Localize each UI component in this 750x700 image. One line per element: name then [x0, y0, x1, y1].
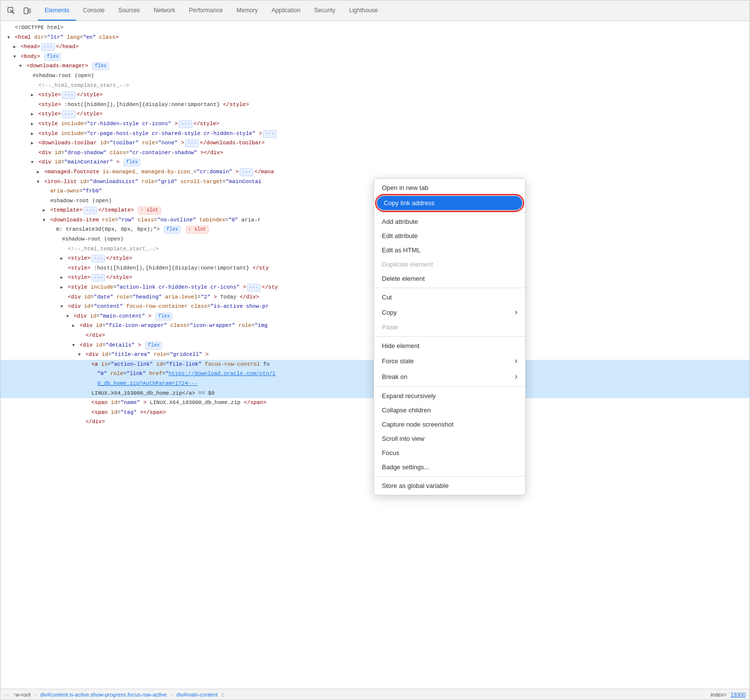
menu-item-copy-link-address[interactable]: Copy link address: [377, 196, 522, 210]
triangle-icon[interactable]: [29, 159, 35, 166]
menu-item-scroll-into-view[interactable]: Scroll into view: [374, 431, 525, 446]
menu-item-paste: Paste: [374, 320, 525, 334]
menu-item-break-on[interactable]: Break on: [374, 369, 525, 384]
tab-sources[interactable]: Sources: [111, 0, 147, 21]
device-toolbar-icon[interactable]: [20, 4, 34, 18]
triangle-icon[interactable]: [71, 342, 77, 349]
submenu-arrow-icon: [515, 308, 517, 317]
menu-item-label: Delete element: [382, 275, 425, 282]
tab-memory[interactable]: Memory: [230, 0, 265, 21]
triangle-icon[interactable]: [18, 63, 24, 70]
menu-item-label: Add attribute: [382, 218, 418, 225]
breadcrumb-content[interactable]: div#content.is-active.show-progress.focu…: [40, 692, 167, 698]
menu-item-label: Break on: [382, 373, 407, 380]
context-menu: Open in new tab Copy link address Add at…: [374, 178, 526, 495]
menu-item-open-new-tab[interactable]: Open in new tab: [374, 181, 525, 195]
menu-item-hide-element[interactable]: Hide element: [374, 339, 525, 353]
dom-line: <div id="mainContainer" > flex: [0, 158, 750, 167]
svg-line-1: [10, 10, 14, 14]
menu-item-label: Hide element: [382, 342, 420, 350]
triangle-icon[interactable]: [35, 169, 41, 176]
triangle-icon[interactable]: [65, 313, 71, 320]
tab-application[interactable]: Application: [265, 0, 307, 21]
breadcrumb-shadow-root[interactable]: ↑w-root: [13, 692, 30, 698]
dom-line: <style include="cr-page-host-style cr-sh…: [0, 129, 750, 139]
triangle-icon[interactable]: [29, 131, 35, 137]
tab-network[interactable]: Network: [147, 0, 182, 21]
menu-item-add-attribute[interactable]: Add attribute: [374, 215, 525, 229]
dom-line: #shadow-root (open): [0, 71, 750, 81]
menu-item-collapse-children[interactable]: Collapse children: [374, 403, 525, 417]
dom-line: <!DOCTYPE html>: [0, 23, 750, 33]
dom-line: <style> :host([hidden]),[hidden]{display…: [0, 100, 750, 110]
breadcrumb-main-content[interactable]: div#main-content: [177, 692, 218, 698]
menu-item-label: Store as global variable: [382, 482, 449, 489]
tab-bar: Elements Console Sources Network Perform…: [0, 0, 750, 21]
menu-item-badge-settings[interactable]: Badge settings...: [374, 460, 525, 474]
status-right-value: 19300: [730, 692, 746, 698]
tab-lighthouse[interactable]: Lighthouse: [342, 0, 385, 21]
tab-console[interactable]: Console: [76, 0, 111, 21]
tab-elements[interactable]: Elements: [38, 0, 76, 21]
toolbar-icons: [4, 0, 38, 21]
menu-item-label: Open in new tab: [382, 184, 429, 191]
triangle-icon[interactable]: [41, 217, 47, 224]
menu-item-label: Collapse children: [382, 406, 431, 414]
menu-item-cut[interactable]: Cut: [374, 290, 525, 304]
triangle-icon[interactable]: [59, 303, 65, 310]
svg-rect-3: [29, 9, 30, 13]
menu-item-edit-attribute[interactable]: Edit attribute: [374, 229, 525, 243]
status-bar-dots: ···: [4, 692, 9, 698]
dom-line: <style include="cr-hidden-style cr-icons…: [0, 119, 750, 129]
menu-divider: [374, 212, 525, 213]
svg-rect-2: [24, 8, 28, 14]
dom-line: <body> flex: [0, 52, 750, 62]
triangle-icon[interactable]: [59, 274, 65, 281]
tab-security[interactable]: Security: [307, 0, 342, 21]
menu-item-label: Scroll into view: [382, 435, 425, 442]
dom-line: <div id="drop-shadow" class="cr-containe…: [0, 148, 750, 158]
menu-item-focus[interactable]: Focus: [374, 446, 525, 460]
menu-item-label: Edit attribute: [382, 232, 418, 240]
menu-item-delete-element[interactable]: Delete element: [374, 271, 525, 286]
dom-line: <!--_html_template_start_-->: [0, 81, 750, 91]
devtools-window: Elements Console Sources Network Perform…: [0, 0, 750, 700]
menu-item-label: Focus: [382, 449, 399, 457]
triangle-icon[interactable]: [29, 121, 35, 128]
triangle-icon[interactable]: [12, 54, 18, 60]
triangle-icon[interactable]: [29, 140, 35, 147]
menu-item-expand-recursively[interactable]: Expand recursively: [374, 389, 525, 403]
submenu-arrow-icon: [515, 356, 517, 365]
submenu-arrow-icon: [515, 372, 517, 381]
triangle-icon[interactable]: [29, 92, 35, 99]
triangle-icon[interactable]: [59, 255, 65, 262]
status-right-index: index=: [711, 692, 727, 698]
triangle-icon[interactable]: [35, 179, 41, 186]
menu-item-store-global-variable[interactable]: Store as global variable: [374, 479, 525, 493]
menu-item-duplicate-element: Duplicate element: [374, 257, 525, 271]
status-bar: ··· ↑w-root › div#content.is-active.show…: [0, 689, 750, 700]
triangle-icon[interactable]: [77, 351, 82, 358]
dom-line: <downloads-toolbar id="toolbar" role="no…: [0, 138, 750, 148]
menu-item-label: Paste: [382, 323, 398, 331]
menu-divider: [374, 288, 525, 288]
triangle-icon[interactable]: [12, 44, 18, 51]
triangle-icon[interactable]: [71, 323, 77, 329]
dom-line: <managed-footnote is-managed_ managed-by…: [0, 167, 750, 177]
menu-item-label: Expand recursively: [382, 392, 436, 400]
dom-line: <downloads-manager> flex: [0, 61, 750, 71]
menu-item-copy[interactable]: Copy: [374, 304, 525, 320]
inspect-element-icon[interactable]: [4, 4, 18, 18]
triangle-icon[interactable]: [41, 207, 47, 214]
triangle-icon[interactable]: [6, 34, 12, 41]
tab-performance[interactable]: Performance: [182, 0, 230, 21]
menu-divider: [374, 386, 525, 387]
menu-item-capture-node-screenshot[interactable]: Capture node screenshot: [374, 417, 525, 431]
menu-item-label: Copy: [382, 309, 397, 316]
menu-item-force-state[interactable]: Force state: [374, 353, 525, 369]
triangle-icon[interactable]: [29, 111, 35, 118]
dom-line: <style>···</style>: [0, 90, 750, 100]
menu-item-edit-html[interactable]: Edit as HTML: [374, 243, 525, 257]
menu-item-label: Edit as HTML: [382, 246, 421, 254]
triangle-icon[interactable]: [59, 284, 65, 291]
